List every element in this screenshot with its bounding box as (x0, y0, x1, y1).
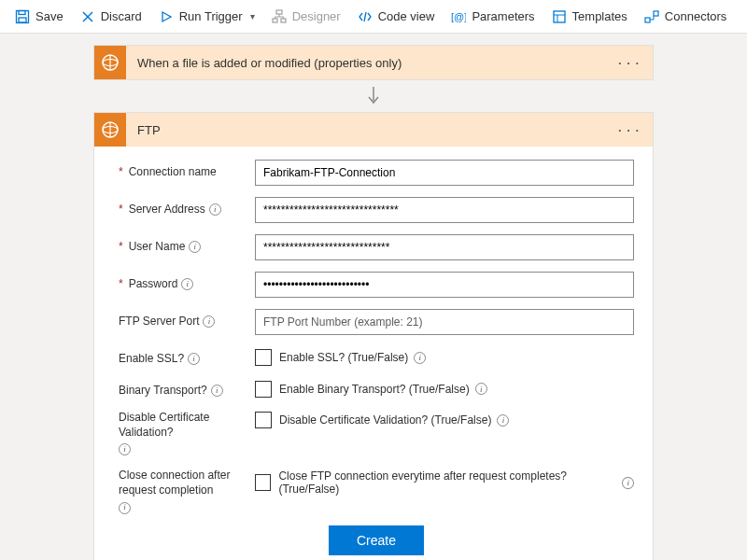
info-icon[interactable]: i (189, 241, 201, 253)
connectors-label: Connectors (665, 9, 726, 23)
connectors-icon (644, 9, 659, 24)
ftp-port-label: FTP Server Porti (119, 309, 255, 329)
save-icon (15, 9, 30, 24)
info-icon[interactable]: i (497, 414, 509, 427)
trigger-more-button[interactable]: · · · (614, 56, 643, 70)
flow-arrow-icon (364, 86, 383, 106)
info-icon[interactable]: i (209, 203, 221, 216)
action-title: FTP (126, 123, 614, 137)
server-address-label: *Server Addressi (119, 197, 255, 217)
info-icon[interactable]: i (622, 477, 634, 489)
ftp-port-input[interactable] (255, 309, 634, 335)
parameters-label: Parameters (472, 9, 534, 23)
binary-transport-check-label: Enable Binary Transport? (True/False)i (279, 383, 487, 396)
close-conn-checkbox[interactable] (255, 474, 271, 491)
password-label: *Passwordi (119, 272, 255, 292)
svg-rect-7 (273, 19, 277, 22)
create-button[interactable]: Create (329, 525, 424, 555)
svg-rect-6 (276, 10, 282, 14)
designer-icon (272, 9, 287, 24)
action-header[interactable]: FTP · · · (94, 113, 653, 147)
discard-button[interactable]: Discard (73, 6, 149, 28)
disable-cert-checkbox[interactable] (255, 412, 272, 428)
info-icon[interactable]: i (119, 502, 131, 514)
disable-cert-label: Disable Certificate Validation?i (119, 409, 255, 455)
run-trigger-button[interactable]: Run Trigger ▾ (151, 6, 262, 28)
svg-rect-18 (654, 11, 658, 16)
code-icon (358, 9, 373, 24)
discard-label: Discard (101, 9, 142, 23)
templates-button[interactable]: Templates (544, 6, 635, 28)
svg-text:[@]: [@] (451, 11, 466, 22)
ftp-connector-icon (94, 46, 126, 79)
enable-ssl-label: Enable SSL?i (119, 346, 255, 367)
user-name-label: *User Namei (119, 234, 255, 255)
info-icon[interactable]: i (475, 383, 487, 395)
connectors-button[interactable]: Connectors (637, 6, 734, 28)
code-view-button[interactable]: Code view (350, 6, 443, 28)
designer-label: Designer (292, 9, 341, 23)
info-icon[interactable]: i (119, 443, 131, 455)
action-card: FTP · · · *Connection name *Server Addre… (93, 112, 654, 560)
connection-name-input[interactable] (255, 160, 634, 186)
svg-rect-19 (645, 18, 650, 22)
trigger-card[interactable]: When a file is added or modified (proper… (93, 45, 654, 80)
enable-ssl-checkbox[interactable] (255, 349, 272, 366)
action-more-button[interactable]: · · · (614, 123, 643, 137)
designer-button[interactable]: Designer (264, 6, 348, 28)
templates-icon (552, 9, 567, 24)
ftp-connector-icon (94, 113, 126, 147)
toolbar: Save Discard Run Trigger ▾ Designer Code… (0, 0, 747, 34)
save-button[interactable]: Save (7, 6, 71, 28)
trigger-header: When a file is added or modified (proper… (94, 46, 653, 79)
info-icon[interactable]: i (203, 315, 215, 328)
connection-name-label: *Connection name (119, 160, 255, 180)
server-address-input[interactable] (255, 197, 634, 223)
save-label: Save (35, 9, 63, 23)
templates-label: Templates (572, 9, 627, 23)
disable-cert-check-label: Disable Certificate Validation? (True/Fa… (279, 413, 509, 427)
info-icon[interactable]: i (188, 353, 200, 365)
svg-marker-5 (162, 12, 171, 21)
info-icon[interactable]: i (211, 385, 223, 397)
chevron-down-icon: ▾ (250, 11, 255, 21)
code-view-label: Code view (378, 9, 435, 23)
parameters-icon: [@] (451, 9, 466, 24)
close-conn-label: Close connection after request completio… (119, 467, 255, 513)
binary-transport-checkbox[interactable] (255, 381, 272, 398)
discard-icon (80, 9, 95, 24)
binary-transport-label: Binary Transport?i (119, 378, 255, 399)
info-icon[interactable]: i (414, 352, 426, 364)
close-conn-check-label: Close FTP connection everytime after req… (278, 469, 634, 496)
svg-rect-1 (19, 10, 25, 14)
svg-rect-8 (281, 19, 286, 22)
enable-ssl-check-label: Enable SSL? (True/False)i (279, 351, 426, 364)
user-name-input[interactable] (255, 234, 634, 260)
run-trigger-label: Run Trigger (179, 9, 243, 23)
svg-line-13 (364, 12, 366, 21)
designer-canvas: When a file is added or modified (proper… (0, 34, 747, 560)
play-icon (159, 9, 174, 24)
trigger-title: When a file is added or modified (proper… (126, 56, 614, 70)
action-body: *Connection name *Server Addressi *User … (94, 147, 653, 560)
svg-rect-2 (19, 18, 26, 22)
info-icon[interactable]: i (181, 278, 193, 290)
parameters-button[interactable]: [@] Parameters (444, 6, 542, 28)
svg-rect-15 (554, 11, 565, 22)
password-input[interactable] (255, 272, 634, 298)
